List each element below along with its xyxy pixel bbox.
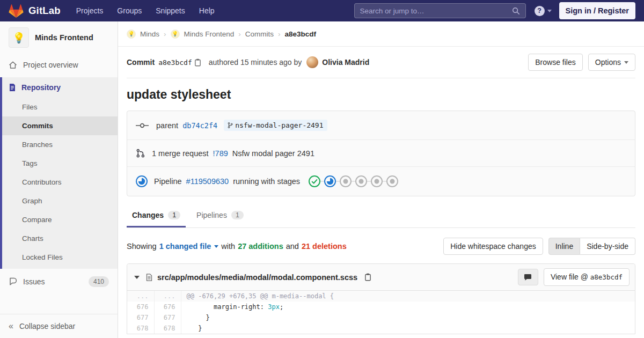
with-label: with: [221, 242, 235, 251]
stage-created-icon[interactable]: [355, 175, 367, 187]
stage-success-icon[interactable]: [309, 175, 320, 187]
stage-created-icon[interactable]: [371, 175, 383, 187]
sidebar-item-files[interactable]: Files: [2, 98, 118, 116]
stage-connector: [320, 181, 324, 182]
sidebar-item-branches[interactable]: Branches: [2, 135, 118, 154]
code-text: margin-right:: [187, 303, 268, 311]
toggle-comments-button[interactable]: [518, 269, 538, 285]
breadcrumb-group[interactable]: Minds: [140, 30, 159, 38]
gitlab-brand[interactable]: GitLab: [9, 4, 61, 18]
breadcrumb-commits[interactable]: Commits: [245, 30, 274, 38]
view-file-button[interactable]: View file @ a8e3bcdf: [544, 268, 630, 286]
pipelines-count-badge: 1: [231, 211, 244, 219]
sidebar-item-issues[interactable]: Issues 410: [0, 269, 118, 295]
nav-link-help[interactable]: Help: [192, 0, 222, 21]
commit-icon: [136, 122, 149, 129]
tab-changes[interactable]: Changes 1: [127, 204, 186, 227]
author-avatar[interactable]: [306, 56, 318, 68]
navbar-links: Projects Groups Snippets Help: [69, 0, 222, 21]
nav-link-snippets[interactable]: Snippets: [149, 0, 192, 21]
commit-label: Commit: [127, 58, 155, 67]
new-line-number[interactable]: 676: [154, 302, 181, 312]
copy-sha-button[interactable]: [192, 58, 203, 67]
copy-icon: [194, 58, 201, 67]
new-line-number[interactable]: 677: [154, 312, 181, 323]
pipeline-label: Pipeline: [154, 177, 182, 186]
pipeline-mini-graph: [309, 175, 398, 187]
breadcrumb-separator: ›: [164, 30, 166, 38]
merge-request-link[interactable]: !789: [213, 149, 228, 158]
issues-count-badge: 410: [89, 276, 109, 287]
stage-connector: [367, 181, 371, 182]
sidebar-item-contributors[interactable]: Contributors: [2, 173, 118, 192]
copy-path-button[interactable]: [362, 273, 374, 281]
sidebar-project-header[interactable]: 💡 Minds Frontend: [0, 21, 118, 55]
pipeline-link[interactable]: #119509630: [186, 177, 229, 186]
search-icon: [512, 7, 520, 15]
changed-files-dropdown[interactable]: 1 changed file: [159, 242, 219, 251]
nav-link-groups[interactable]: Groups: [110, 0, 149, 21]
commit-meta-row: Commit a8e3bcdf authored 15 minutes ago …: [127, 47, 635, 78]
stage-running-icon[interactable]: [324, 175, 336, 187]
collapse-sidebar-button[interactable]: « Collapse sidebar: [0, 314, 118, 338]
sidebar-item-graph[interactable]: Graph: [2, 192, 118, 210]
old-line-number[interactable]: 678: [127, 323, 154, 334]
page-layout: 💡 Minds Frontend Project overview Reposi…: [0, 21, 644, 338]
sidebar-item-locked-files[interactable]: Locked Files: [2, 248, 118, 267]
branch-name: nsfw-modal-pager-2491: [235, 121, 323, 129]
nav-link-projects[interactable]: Projects: [69, 0, 111, 21]
merge-request-icon: [136, 149, 145, 158]
stage-created-icon[interactable]: [340, 175, 352, 187]
parent-sha-link[interactable]: db74c2f4: [182, 121, 217, 130]
sidebar-item-tags[interactable]: Tags: [2, 154, 118, 173]
caret-down-icon: [624, 61, 628, 64]
repository-subnav: Files Commits Branches Tags Contributors…: [2, 98, 118, 269]
branch-badge[interactable]: nsfw-modal-pager-2491: [224, 120, 327, 131]
diff-controls: Showing 1 changed file with 27 additions…: [127, 238, 635, 255]
stage-created-icon[interactable]: [386, 175, 398, 187]
merge-request-text: 1 merge request: [152, 149, 209, 158]
tab-label: Changes: [132, 211, 164, 219]
project-sidebar: 💡 Minds Frontend Project overview Reposi…: [0, 21, 118, 338]
old-line-number[interactable]: 677: [127, 312, 154, 323]
new-line-number[interactable]: 678: [154, 323, 181, 334]
diff-file-path[interactable]: src/app/modules/media/modal/modal.compon…: [157, 273, 357, 282]
options-dropdown-button[interactable]: Options: [588, 54, 635, 71]
home-icon: [9, 61, 17, 69]
old-line-number: ...: [127, 291, 154, 302]
search-input[interactable]: [360, 7, 512, 15]
browse-files-button[interactable]: Browse files: [528, 54, 582, 71]
authored-text: authored 15 minutes ago by: [209, 58, 302, 67]
project-name: Minds Frontend: [35, 33, 93, 42]
breadcrumb-separator: ›: [238, 30, 241, 38]
side-by-side-view-button[interactable]: Side-by-side: [580, 238, 635, 255]
pipeline-status-icon[interactable]: [136, 175, 148, 187]
sidebar-item-commits[interactable]: Commits: [2, 116, 118, 135]
sidebar-item-charts[interactable]: Charts: [2, 229, 118, 248]
author-name[interactable]: Olivia Madrid: [322, 58, 369, 67]
inline-view-button[interactable]: Inline: [548, 238, 580, 255]
code-text: }: [187, 314, 210, 321]
parent-row: parent db74c2f4 nsfw-modal-pager-2491: [127, 111, 635, 139]
view-file-label: View file @: [551, 273, 588, 281]
diff-line-row: 677 677 }: [127, 312, 635, 323]
sidebar-item-project-overview[interactable]: Project overview: [0, 55, 118, 75]
breadcrumb: 💡 Minds › 💡 Minds Frontend › Commits › a…: [118, 21, 644, 47]
stage-connector: [352, 181, 355, 182]
changed-files-label: 1 changed file: [159, 242, 211, 251]
sign-in-button[interactable]: Sign in / Register: [559, 2, 635, 19]
tab-pipelines[interactable]: Pipelines 1: [191, 204, 249, 227]
breadcrumb-project[interactable]: Minds Frontend: [184, 30, 235, 38]
diff-file-header: src/app/modules/media/modal/modal.compon…: [127, 264, 635, 291]
project-crumb-avatar: 💡: [171, 30, 180, 39]
hide-whitespace-button[interactable]: Hide whitespace changes: [443, 238, 543, 255]
changes-count-badge: 1: [168, 211, 180, 219]
old-line-number[interactable]: 676: [127, 302, 154, 312]
search-box[interactable]: [354, 3, 526, 18]
sidebar-item-compare[interactable]: Compare: [2, 210, 118, 229]
collapse-file-icon[interactable]: [134, 276, 140, 279]
help-menu[interactable]: ?: [535, 6, 552, 16]
tab-label: Pipelines: [196, 211, 227, 219]
sidebar-item-repository[interactable]: Repository: [2, 77, 118, 98]
deletions-count: 21 deletions: [302, 242, 347, 251]
